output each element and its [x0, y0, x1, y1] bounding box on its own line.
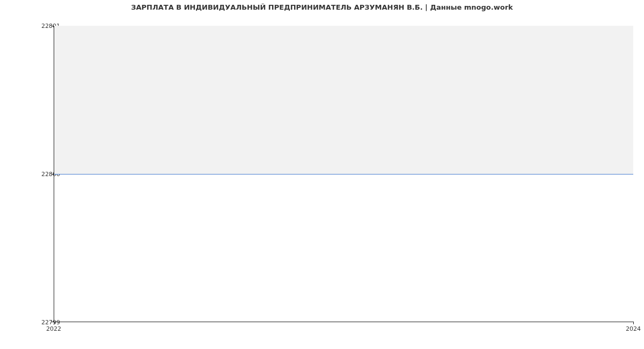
x-tick — [633, 322, 634, 324]
x-tick — [54, 322, 55, 324]
chart-title: ЗАРПЛАТА В ИНДИВИДУАЛЬНЫЙ ПРЕДПРИНИМАТЕЛ… — [0, 3, 644, 11]
salary-chart: ЗАРПЛАТА В ИНДИВИДУАЛЬНЫЙ ПРЕДПРИНИМАТЕЛ… — [0, 0, 644, 349]
area-fill-above-line — [54, 26, 633, 174]
plot-area — [54, 26, 633, 322]
x-tick-label-right: 2024 — [626, 325, 641, 332]
y-tick — [52, 174, 54, 174]
salary-line — [54, 174, 633, 174]
y-tick — [52, 26, 54, 26]
x-tick-label-left: 2022 — [46, 325, 61, 332]
